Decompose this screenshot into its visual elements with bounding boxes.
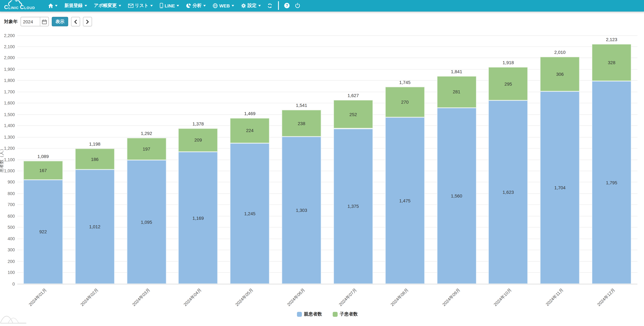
navbar-divider (278, 1, 278, 10)
bar-total-label: 2,123 (588, 37, 636, 42)
bar-total-label: 1,745 (381, 80, 429, 85)
previous-year-button[interactable] (71, 17, 80, 27)
y-axis-tick-label: 1,900 (0, 67, 15, 72)
logout-button[interactable] (292, 0, 303, 11)
y-axis-tick-label: 0 (0, 282, 15, 286)
bar-value-label-parent: 1,475 (385, 198, 424, 203)
calendar-button[interactable] (40, 17, 48, 26)
y-axis-tick-label: 1,700 (0, 90, 15, 94)
bar-value-label-child: 238 (282, 121, 321, 126)
legend-label: 子患者数 (340, 311, 358, 317)
bar-total-label: 1,089 (19, 154, 67, 159)
navbar-shadow (0, 11, 644, 14)
bar-total-label: 1,378 (174, 121, 222, 126)
y-axis-tick-label: 600 (0, 214, 15, 218)
main-menu: 新規登録 アポ帳変更 リスト LINE 分析 (44, 0, 303, 11)
menu-home[interactable] (44, 0, 61, 11)
menu-web[interactable]: WEB (210, 0, 238, 11)
chevron-right-icon (86, 20, 89, 24)
y-axis-tick-label: 700 (0, 203, 15, 207)
x-axis-label-text: 2024年07月 (338, 287, 358, 307)
gridline (17, 35, 638, 36)
bar-value-label-child: 224 (230, 128, 270, 133)
top-navbar: CLINIC CLOUD 新規登録 アポ帳変更 リスト (0, 0, 644, 11)
y-axis-tick-label: 1,000 (0, 169, 15, 173)
bar-value-label-parent: 1,704 (540, 185, 580, 190)
x-axis-label-text: 2024年08月 (389, 287, 410, 307)
x-axis-label-text: 2024年10月 (493, 287, 513, 307)
y-axis-tick-label: 900 (0, 180, 15, 185)
refresh-button[interactable] (264, 0, 275, 11)
menu-analysis[interactable]: 分析 (183, 0, 210, 11)
target-year-label: 対象年 (4, 19, 18, 25)
refresh-icon (267, 3, 272, 8)
bar-value-label-child: 209 (178, 137, 218, 142)
bar-value-label-child: 328 (592, 60, 631, 65)
x-axis-label-text: 2024年05月 (234, 287, 255, 307)
bar-total-label: 1,469 (226, 111, 274, 116)
y-axis-tick-label: 2,100 (0, 44, 15, 49)
brand-text: CLINIC CLOUD (4, 4, 35, 10)
pie-chart-icon (186, 3, 191, 8)
clinic-cloud-logo[interactable]: CLINIC CLOUD (3, 0, 44, 11)
y-axis-tick-label: 1,800 (0, 78, 15, 83)
legend-swatch-green (333, 312, 338, 317)
x-axis-label-text: 2024年11月 (545, 287, 565, 307)
bar-total-label: 1,918 (484, 60, 532, 65)
bar-value-label-child: 252 (334, 112, 373, 117)
y-axis-tick-label: 1,500 (0, 112, 15, 117)
app-viewport: CLINIC CLOUD 新規登録 アポ帳変更 リスト (0, 0, 644, 326)
bar-value-label-parent: 922 (23, 229, 63, 234)
menu-new-registration[interactable]: 新規登録 (61, 0, 90, 11)
bar-value-label-parent: 1,795 (592, 180, 631, 185)
bar-value-label-child: 167 (23, 168, 63, 173)
show-button[interactable]: 表示 (52, 17, 68, 27)
x-axis-label-text: 2024年06月 (286, 287, 306, 307)
menu-label: 分析 (192, 3, 202, 9)
bar-value-label-parent: 1,303 (282, 208, 321, 213)
menu-settings[interactable]: 設定 (238, 0, 264, 11)
menu-list[interactable]: リスト (124, 0, 156, 11)
y-axis-tick-label: 1,400 (0, 123, 15, 128)
next-year-button[interactable] (83, 17, 92, 27)
caret-down-icon (150, 5, 153, 7)
menu-appointment-book-change[interactable]: アポ帳変更 (90, 0, 124, 11)
y-axis-tick-label: 100 (0, 270, 15, 275)
menu-label: リスト (135, 3, 148, 9)
bar-value-label-child: 281 (437, 89, 476, 94)
calendar-icon (42, 19, 47, 24)
bar-value-label-parent: 1,623 (488, 190, 528, 195)
chart-legend: 親患者数 子患者数 (17, 311, 638, 317)
caret-down-icon (258, 5, 261, 7)
x-axis-label-text: 2024年09月 (441, 287, 461, 307)
bar-value-label-parent: 1,560 (437, 193, 476, 198)
y-axis-tick-label: 1,300 (0, 135, 15, 139)
bar-total-label: 2,010 (536, 50, 584, 55)
x-axis-label-text: 2024年01月 (28, 287, 48, 307)
chevron-left-icon (74, 20, 77, 24)
x-axis-label-text: 2024年03月 (131, 287, 151, 307)
legend-item-parent-patients[interactable]: 親患者数 (297, 311, 322, 317)
menu-label: 設定 (248, 3, 256, 9)
bar-total-label: 1,841 (433, 69, 480, 74)
menu-line[interactable]: LINE (156, 0, 183, 11)
x-axis-label-text: 2024年12月 (596, 287, 616, 307)
bar-total-label: 1,292 (123, 131, 170, 136)
bar-total-label: 1,541 (278, 103, 325, 108)
bar-value-label-child: 295 (488, 81, 528, 86)
bar-total-label: 1,627 (329, 93, 377, 98)
y-axis-tick-label: 400 (0, 236, 15, 241)
bar-value-label-child: 270 (385, 99, 424, 104)
bar-value-label-child: 306 (540, 72, 580, 77)
x-axis-label-text: 2024年04月 (183, 287, 203, 307)
year-input[interactable] (21, 17, 40, 26)
help-icon: ? (284, 3, 290, 8)
bar-value-label-parent: 1,012 (75, 224, 114, 229)
help-button[interactable]: ? (282, 0, 292, 11)
menu-label: LINE (165, 3, 175, 8)
gear-icon (241, 3, 246, 8)
gridline (17, 46, 638, 47)
legend-item-child-patients[interactable]: 子患者数 (333, 311, 358, 317)
y-axis-tick-label: 1,100 (0, 157, 15, 162)
year-controls: 対象年 表示 (4, 17, 92, 27)
